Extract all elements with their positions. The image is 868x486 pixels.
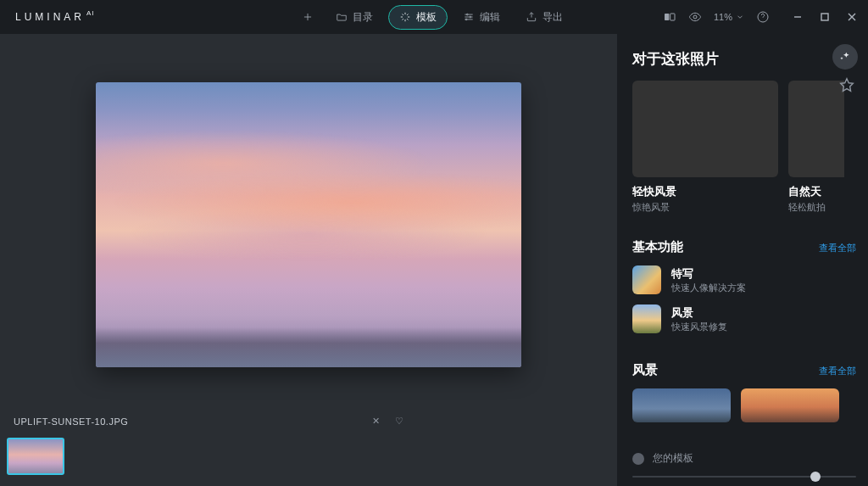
help-button[interactable] xyxy=(756,10,770,24)
reject-button[interactable]: ✕ xyxy=(372,416,381,427)
canvas-area xyxy=(0,34,617,416)
nav-templates-label: 模板 xyxy=(416,10,437,25)
compare-button[interactable] xyxy=(663,10,676,24)
svg-rect-3 xyxy=(665,14,669,20)
zoom-value: 11% xyxy=(714,12,732,22)
folder-icon xyxy=(336,11,348,23)
nav-export[interactable]: 导出 xyxy=(515,6,573,29)
add-button[interactable] xyxy=(295,7,320,27)
favorite-button[interactable]: ♡ xyxy=(395,416,404,427)
nav-edit[interactable]: 编辑 xyxy=(453,6,510,29)
app-logo-text: LUMINAR xyxy=(15,11,85,23)
essentials-item-2-subtitle: 快速风景修复 xyxy=(671,321,727,333)
preview-button[interactable] xyxy=(688,10,702,24)
landscape-viewall[interactable]: 查看全部 xyxy=(819,365,856,377)
title-bar: LUMINAR AI 目录 模板 编辑 xyxy=(0,0,868,34)
template-card-1-subtitle: 惊艳风景 xyxy=(632,201,778,214)
essentials-item-2-title: 风景 xyxy=(671,305,727,321)
essentials-item-1[interactable]: 特写 快速人像解决方案 xyxy=(632,265,856,294)
panel-title: 对于这张照片 xyxy=(632,49,856,69)
template-indicator xyxy=(632,453,644,465)
essentials-item-2[interactable]: 风景 快速风景修复 xyxy=(632,304,856,333)
nav-templates[interactable]: 模板 xyxy=(388,5,448,30)
nav-catalog[interactable]: 目录 xyxy=(326,6,383,29)
window-maximize[interactable] xyxy=(817,9,832,25)
filmstrip-header: UPLIFT-SUNSET-10.JPG ✕ ♡ xyxy=(0,416,617,433)
landscape-header: 风景 查看全部 xyxy=(632,362,856,378)
suggested-row: 轻快风景 惊艳风景 自然天 轻松航拍 xyxy=(632,81,856,214)
templates-panel: 对于这张照片 轻快风景 惊艳风景 自然天 轻松航拍 基本功能 查看全部 特写 快… xyxy=(617,34,868,486)
top-right-tools: 11% xyxy=(663,9,860,25)
template-card-1[interactable]: 轻快风景 惊艳风景 xyxy=(632,81,778,214)
file-name: UPLIFT-SUNSET-10.JPG xyxy=(14,416,128,427)
essentials-item-2-thumb xyxy=(632,304,661,333)
template-card-1-image xyxy=(632,81,778,177)
export-icon xyxy=(526,11,537,23)
magic-button[interactable] xyxy=(832,44,858,70)
essentials-item-1-thumb xyxy=(632,265,661,294)
intensity-slider[interactable] xyxy=(632,476,856,478)
svg-point-5 xyxy=(693,15,697,19)
app-logo: LUMINAR AI xyxy=(15,11,95,23)
essentials-header: 基本功能 查看全部 xyxy=(632,239,856,255)
chevron-down-icon xyxy=(736,13,744,21)
landscape-thumb-2[interactable] xyxy=(741,388,839,422)
app-logo-sup: AI xyxy=(86,9,95,17)
essentials-title: 基本功能 xyxy=(632,239,683,255)
panel-footer: 您的模板 xyxy=(632,444,856,486)
window-controls xyxy=(790,9,860,25)
filmstrip xyxy=(0,433,617,486)
star-button[interactable] xyxy=(837,76,856,95)
template-card-2-title: 自然天 xyxy=(788,184,844,199)
zoom-dropdown[interactable]: 11% xyxy=(714,12,744,22)
essentials-viewall[interactable]: 查看全部 xyxy=(819,242,856,254)
essentials-item-1-title: 特写 xyxy=(671,266,746,282)
template-card-2[interactable]: 自然天 轻松航拍 xyxy=(788,81,844,214)
template-card-2-image xyxy=(788,81,844,177)
landscape-thumb-1[interactable] xyxy=(632,388,731,422)
template-card-2-subtitle: 轻松航拍 xyxy=(788,201,844,214)
essentials-item-1-subtitle: 快速人像解决方案 xyxy=(671,282,746,294)
svg-rect-4 xyxy=(670,14,675,20)
svg-rect-7 xyxy=(821,14,828,20)
top-nav: 目录 模板 编辑 导出 xyxy=(295,5,573,30)
sliders-icon xyxy=(463,11,475,23)
landscape-title: 风景 xyxy=(632,362,658,378)
image-canvas[interactable] xyxy=(96,82,521,367)
your-templates-label: 您的模板 xyxy=(653,451,693,466)
template-card-1-title: 轻快风景 xyxy=(632,184,778,199)
slider-knob[interactable] xyxy=(810,472,821,482)
sparkle-icon xyxy=(399,11,411,23)
landscape-row xyxy=(632,388,856,422)
nav-catalog-label: 目录 xyxy=(353,10,373,25)
workspace: UPLIFT-SUNSET-10.JPG ✕ ♡ xyxy=(0,34,617,486)
nav-export-label: 导出 xyxy=(542,10,563,25)
filmstrip-thumb-selected[interactable] xyxy=(7,438,64,475)
window-minimize[interactable] xyxy=(790,9,805,25)
window-close[interactable] xyxy=(844,9,860,25)
plus-icon xyxy=(302,11,314,23)
nav-edit-label: 编辑 xyxy=(480,10,500,25)
